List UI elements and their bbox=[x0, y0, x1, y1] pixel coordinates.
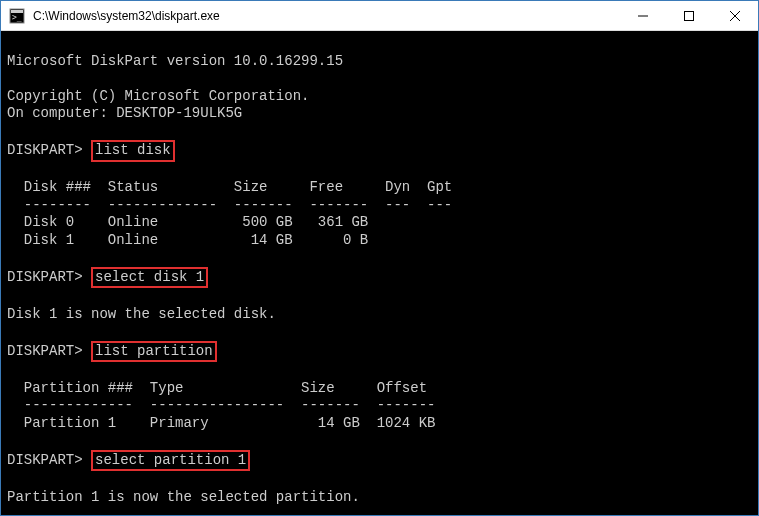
titlebar: >_ C:\Windows\system32\diskpart.exe bbox=[1, 1, 758, 31]
disk-table-header: Disk ### Status Size Free Dyn Gpt bbox=[7, 179, 452, 195]
prompt: DISKPART> bbox=[7, 343, 83, 359]
prompt: DISKPART> bbox=[7, 269, 83, 285]
version-line: Microsoft DiskPart version 10.0.16299.15 bbox=[7, 53, 343, 69]
copyright-line: Copyright (C) Microsoft Corporation. bbox=[7, 88, 309, 104]
maximize-button[interactable] bbox=[666, 1, 712, 31]
terminal-output[interactable]: Microsoft DiskPart version 10.0.16299.15… bbox=[1, 31, 758, 515]
command-select-disk: select disk 1 bbox=[91, 267, 208, 289]
window-controls bbox=[620, 1, 758, 31]
message-select-partition: Partition 1 is now the selected partitio… bbox=[7, 489, 360, 505]
command-list-partition: list partition bbox=[91, 341, 217, 363]
disk-table-row: Disk 1 Online 14 GB 0 B bbox=[7, 232, 368, 248]
computer-line: On computer: DESKTOP-19ULK5G bbox=[7, 105, 242, 121]
command-list-disk: list disk bbox=[91, 140, 175, 162]
minimize-button[interactable] bbox=[620, 1, 666, 31]
disk-table-row: Disk 0 Online 500 GB 361 GB bbox=[7, 214, 368, 230]
svg-text:>_: >_ bbox=[12, 13, 22, 22]
command-select-partition: select partition 1 bbox=[91, 450, 250, 472]
partition-table-row: Partition 1 Primary 14 GB 1024 KB bbox=[7, 415, 435, 431]
window-title: C:\Windows\system32\diskpart.exe bbox=[33, 9, 620, 23]
prompt: DISKPART> bbox=[7, 142, 83, 158]
app-icon: >_ bbox=[9, 8, 25, 24]
close-button[interactable] bbox=[712, 1, 758, 31]
message-select-disk: Disk 1 is now the selected disk. bbox=[7, 306, 276, 322]
prompt: DISKPART> bbox=[7, 452, 83, 468]
disk-table-divider: -------- ------------- ------- ------- -… bbox=[7, 197, 452, 213]
partition-table-header: Partition ### Type Size Offset bbox=[7, 380, 427, 396]
partition-table-divider: ------------- ---------------- ------- -… bbox=[7, 397, 435, 413]
svg-rect-4 bbox=[685, 11, 694, 20]
